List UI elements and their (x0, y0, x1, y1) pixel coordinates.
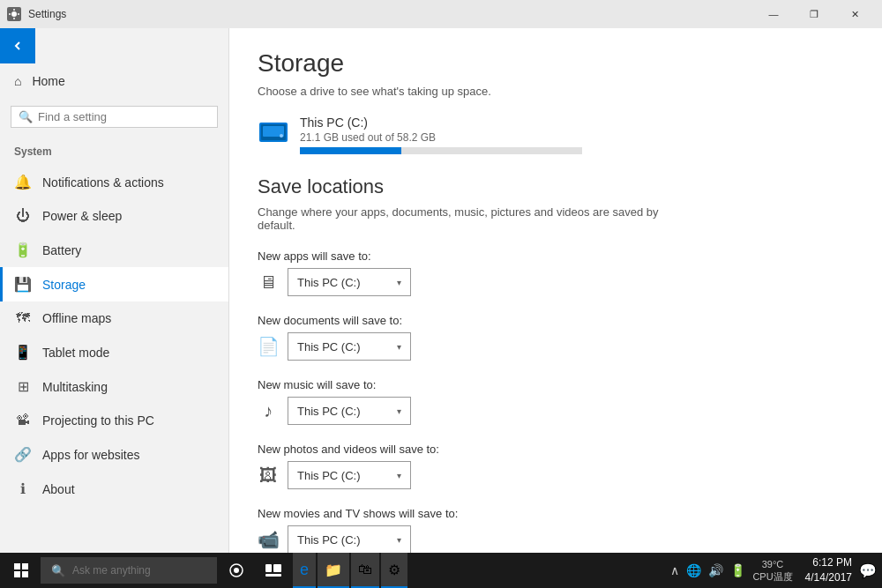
home-icon: ⌂ (14, 74, 21, 88)
taskbar-search-input[interactable] (72, 564, 205, 577)
storage-label: Storage (42, 278, 86, 292)
projecting-icon: 📽 (14, 413, 32, 428)
save-movies-control: 📹 This PC (C:) ▾ (258, 525, 854, 553)
svg-point-10 (234, 568, 239, 573)
page-title: Storage (258, 49, 854, 78)
sidebar-item-power[interactable]: ⏻ Power & sleep (0, 199, 228, 233)
drive-size: 21.1 GB used out of 58.2 GB (300, 131, 854, 144)
svg-point-0 (11, 11, 17, 17)
svg-rect-6 (22, 563, 28, 569)
drive-item[interactable]: This PC (C:) 21.1 GB used out of 58.2 GB (258, 115, 854, 154)
music-save-value: This PC (C:) (297, 405, 361, 418)
cpu-temp: 39°C CPU温度 (752, 558, 792, 584)
task-view-button[interactable] (256, 553, 291, 588)
taskbar-app-edge[interactable]: e (293, 553, 316, 588)
cpu-label: CPU温度 (752, 570, 792, 583)
tablet-label: Tablet mode (42, 346, 109, 360)
sidebar-item-notifications[interactable]: 🔔 Notifications & actions (0, 165, 228, 199)
minimize-button[interactable]: — (753, 0, 794, 28)
movies-save-dropdown[interactable]: This PC (C:) ▾ (288, 525, 411, 553)
save-docs-control: 📄 This PC (C:) ▾ (258, 332, 854, 361)
save-photos-label: New photos and videos will save to: (258, 443, 854, 456)
drive-info: This PC (C:) 21.1 GB used out of 58.2 GB (300, 115, 854, 154)
tray-notification[interactable]: 💬 (857, 561, 878, 581)
taskbar-app-settings[interactable]: ⚙ (381, 553, 407, 588)
windows-start-button[interactable] (4, 553, 39, 588)
photos-save-dropdown[interactable]: This PC (C:) ▾ (288, 461, 411, 489)
drive-name: This PC (C:) (300, 115, 854, 130)
main-content: Storage Choose a drive to see what's tak… (229, 28, 882, 553)
back-button[interactable] (0, 28, 35, 63)
save-row-apps: New apps will save to: 🖥 This PC (C:) ▾ (258, 249, 854, 296)
clock[interactable]: 6:12 PM 4/14/2017 (805, 555, 852, 585)
titlebar: Settings — ❐ ✕ (0, 0, 882, 28)
cortana-button[interactable] (219, 553, 254, 588)
svg-rect-7 (14, 571, 20, 577)
sidebar-item-multitasking[interactable]: ⊞ Multitasking (0, 369, 228, 404)
taskbar-app-explorer[interactable]: 📁 (318, 553, 349, 588)
notifications-label: Notifications & actions (42, 175, 164, 190)
titlebar-left: Settings (7, 7, 66, 21)
apps-websites-icon: 🔗 (14, 446, 32, 463)
app-body: ⌂ Home 🔍 System 🔔 Notifications & action… (0, 28, 882, 553)
sidebar-item-tablet[interactable]: 📱 Tablet mode (0, 335, 228, 369)
taskbar-left: 🔍 e 📁 🛍 ⚙ (4, 553, 407, 588)
tray-chevron[interactable]: ∧ (669, 562, 681, 579)
tray-speaker[interactable]: 🔊 (706, 562, 725, 579)
music-save-dropdown[interactable]: This PC (C:) ▾ (288, 397, 411, 425)
photos-save-value: This PC (C:) (297, 469, 361, 482)
home-label: Home (32, 74, 64, 88)
sidebar-item-storage[interactable]: 💾 Storage (0, 267, 228, 301)
save-row-movies: New movies and TV shows will save to: 📹 … (258, 507, 854, 553)
projecting-label: Projecting to this PC (42, 413, 154, 428)
temp-value: 39°C (752, 558, 792, 570)
movies-dropdown-arrow: ▾ (397, 535, 401, 545)
close-button[interactable]: ✕ (834, 0, 875, 28)
sidebar-item-projecting[interactable]: 📽 Projecting to this PC (0, 404, 228, 437)
save-docs-label: New documents will save to: (258, 314, 854, 327)
svg-rect-11 (265, 564, 272, 572)
notifications-icon: 🔔 (14, 174, 32, 190)
taskbar-right: ∧ 🌐 🔊 🔋 39°C CPU温度 6:12 PM 4/14/2017 💬 (669, 555, 878, 585)
drive-progress-bar (300, 147, 582, 154)
sidebar-item-about[interactable]: ℹ About (0, 472, 228, 506)
music-save-icon: ♪ (258, 401, 279, 421)
sidebar-item-offline-maps[interactable]: 🗺 Offline maps (0, 301, 228, 335)
save-apps-label: New apps will save to: (258, 249, 854, 263)
sidebar-item-battery[interactable]: 🔋 Battery (0, 233, 228, 267)
taskbar-app-store[interactable]: 🛍 (351, 553, 379, 588)
multitask-label: Multitasking (42, 380, 108, 394)
tray-network[interactable]: 🌐 (684, 562, 703, 579)
titlebar-title: Settings (28, 8, 66, 20)
docs-save-dropdown[interactable]: This PC (C:) ▾ (288, 332, 411, 361)
svg-rect-13 (265, 574, 281, 577)
apps-dropdown-arrow: ▾ (397, 278, 401, 287)
sidebar-item-apps-websites[interactable]: 🔗 Apps for websites (0, 437, 228, 472)
system-tray: ∧ 🌐 🔊 🔋 (669, 562, 747, 579)
about-label: About (42, 482, 75, 496)
maps-icon: 🗺 (14, 310, 32, 326)
save-movies-label: New movies and TV shows will save to: (258, 507, 854, 520)
apps-save-value: This PC (C:) (297, 276, 361, 289)
svg-rect-5 (14, 563, 20, 569)
svg-point-4 (280, 134, 283, 138)
home-nav-item[interactable]: ⌂ Home (0, 63, 228, 99)
photos-save-icon: 🖼 (258, 465, 279, 486)
apps-save-icon: 🖥 (258, 272, 279, 293)
settings-app-icon (7, 7, 21, 21)
docs-save-icon: 📄 (258, 336, 279, 357)
drive-icon (258, 115, 289, 147)
maximize-button[interactable]: ❐ (794, 0, 834, 28)
power-icon: ⏻ (14, 208, 32, 224)
taskbar-search-icon: 🔍 (51, 564, 65, 577)
taskbar-search[interactable]: 🔍 (41, 557, 217, 584)
storage-icon: 💾 (14, 276, 32, 293)
search-box[interactable]: 🔍 (11, 106, 218, 128)
save-music-label: New music will save to: (258, 378, 854, 391)
search-icon: 🔍 (19, 110, 33, 123)
apps-save-dropdown[interactable]: This PC (C:) ▾ (288, 268, 411, 296)
save-apps-control: 🖥 This PC (C:) ▾ (258, 268, 854, 296)
tray-battery[interactable]: 🔋 (729, 562, 747, 579)
page-subtitle: Choose a drive to see what's taking up s… (258, 85, 854, 98)
search-input[interactable] (38, 110, 210, 123)
